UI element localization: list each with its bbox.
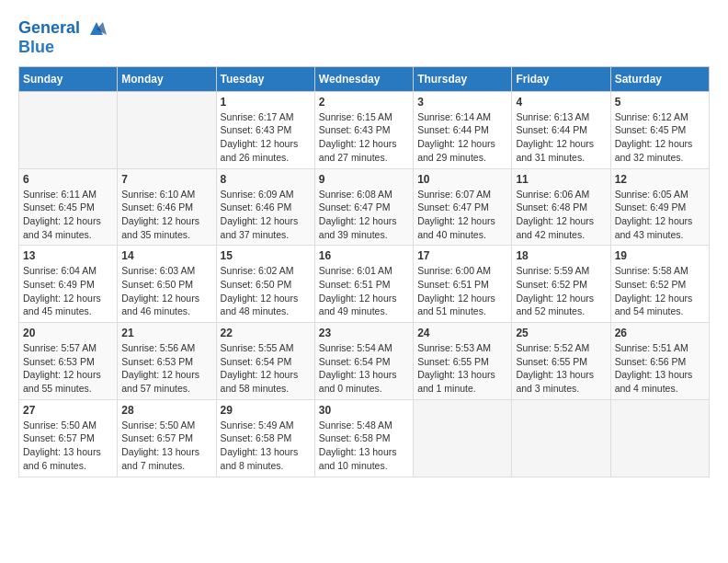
calendar-cell: 27 Sunrise: 5:50 AMSunset: 6:57 PMDaylig… — [19, 399, 118, 477]
calendar-cell: 16 Sunrise: 6:01 AMSunset: 6:51 PMDaylig… — [314, 246, 413, 323]
day-info: Sunrise: 5:57 AMSunset: 6:53 PMDaylight:… — [23, 341, 113, 396]
day-info: Sunrise: 6:10 AMSunset: 6:46 PMDaylight:… — [121, 188, 211, 242]
day-number: 26 — [615, 327, 705, 339]
logo-text: General — [18, 18, 107, 39]
calendar-cell: 9 Sunrise: 6:08 AMSunset: 6:47 PMDayligh… — [314, 168, 413, 246]
weekday-header-tuesday: Tuesday — [216, 66, 314, 91]
weekday-header-sunday: Sunday — [19, 66, 118, 91]
calendar-week-3: 13 Sunrise: 6:04 AMSunset: 6:49 PMDaylig… — [19, 246, 710, 323]
calendar-cell — [19, 91, 118, 168]
weekday-header-monday: Monday — [118, 66, 216, 91]
day-info: Sunrise: 6:14 AMSunset: 6:44 PMDaylight:… — [417, 110, 507, 165]
calendar-week-4: 20 Sunrise: 5:57 AMSunset: 6:53 PMDaylig… — [19, 323, 710, 400]
day-number: 21 — [121, 327, 211, 339]
day-number: 20 — [23, 327, 113, 339]
day-info: Sunrise: 6:09 AMSunset: 6:46 PMDaylight:… — [221, 188, 311, 242]
calendar-cell: 18 Sunrise: 5:59 AMSunset: 6:52 PMDaylig… — [512, 246, 610, 323]
calendar-cell: 21 Sunrise: 5:56 AMSunset: 6:53 PMDaylig… — [118, 323, 216, 400]
day-info: Sunrise: 5:56 AMSunset: 6:53 PMDaylight:… — [121, 341, 211, 396]
day-info: Sunrise: 5:50 AMSunset: 6:57 PMDaylight:… — [23, 419, 113, 473]
calendar-cell: 26 Sunrise: 5:51 AMSunset: 6:56 PMDaylig… — [610, 323, 709, 400]
calendar-cell: 19 Sunrise: 5:58 AMSunset: 6:52 PMDaylig… — [610, 246, 709, 323]
weekday-header-thursday: Thursday — [414, 66, 512, 91]
calendar-cell: 25 Sunrise: 5:52 AMSunset: 6:55 PMDaylig… — [512, 323, 610, 400]
calendar-cell: 28 Sunrise: 5:50 AMSunset: 6:57 PMDaylig… — [118, 399, 216, 477]
logo: General Blue — [18, 18, 107, 57]
day-info: Sunrise: 6:07 AMSunset: 6:47 PMDaylight:… — [417, 188, 507, 242]
day-info: Sunrise: 6:17 AMSunset: 6:43 PMDaylight:… — [221, 110, 311, 165]
day-number: 24 — [417, 327, 507, 339]
day-info: Sunrise: 5:50 AMSunset: 6:57 PMDaylight:… — [121, 419, 211, 473]
calendar-table: SundayMondayTuesdayWednesdayThursdayFrid… — [18, 66, 710, 477]
day-info: Sunrise: 6:13 AMSunset: 6:44 PMDaylight:… — [516, 110, 606, 165]
weekday-header-wednesday: Wednesday — [314, 66, 413, 91]
calendar-cell: 30 Sunrise: 5:48 AMSunset: 6:58 PMDaylig… — [314, 399, 413, 477]
day-number: 2 — [319, 96, 409, 109]
day-info: Sunrise: 6:03 AMSunset: 6:50 PMDaylight:… — [121, 264, 211, 318]
day-number: 8 — [221, 173, 311, 186]
day-number: 5 — [615, 96, 705, 109]
day-number: 29 — [221, 404, 311, 417]
calendar-cell: 24 Sunrise: 5:53 AMSunset: 6:55 PMDaylig… — [414, 323, 512, 400]
day-info: Sunrise: 6:00 AMSunset: 6:51 PMDaylight:… — [417, 264, 507, 318]
day-info: Sunrise: 6:04 AMSunset: 6:49 PMDaylight:… — [23, 264, 113, 318]
day-number: 10 — [417, 173, 507, 186]
calendar-cell: 23 Sunrise: 5:54 AMSunset: 6:54 PMDaylig… — [314, 323, 413, 400]
day-info: Sunrise: 5:51 AMSunset: 6:56 PMDaylight:… — [615, 341, 705, 396]
day-info: Sunrise: 5:59 AMSunset: 6:52 PMDaylight:… — [516, 264, 606, 318]
calendar-cell: 13 Sunrise: 6:04 AMSunset: 6:49 PMDaylig… — [19, 246, 118, 323]
day-number: 3 — [417, 96, 507, 109]
day-number: 11 — [516, 173, 606, 186]
calendar-cell: 8 Sunrise: 6:09 AMSunset: 6:46 PMDayligh… — [216, 168, 314, 246]
day-info: Sunrise: 6:12 AMSunset: 6:45 PMDaylight:… — [615, 110, 705, 165]
day-number: 14 — [121, 249, 211, 262]
calendar-cell — [414, 399, 512, 477]
calendar-cell: 20 Sunrise: 5:57 AMSunset: 6:53 PMDaylig… — [19, 323, 118, 400]
day-number: 28 — [121, 404, 211, 417]
day-info: Sunrise: 6:05 AMSunset: 6:49 PMDaylight:… — [615, 188, 705, 242]
day-number: 17 — [417, 249, 507, 262]
calendar-cell: 1 Sunrise: 6:17 AMSunset: 6:43 PMDayligh… — [216, 91, 314, 168]
day-info: Sunrise: 6:11 AMSunset: 6:45 PMDaylight:… — [23, 188, 113, 242]
day-number: 30 — [319, 404, 409, 417]
day-number: 19 — [615, 249, 705, 262]
calendar-cell — [118, 91, 216, 168]
calendar-week-2: 6 Sunrise: 6:11 AMSunset: 6:45 PMDayligh… — [19, 168, 710, 246]
calendar-cell: 2 Sunrise: 6:15 AMSunset: 6:43 PMDayligh… — [314, 91, 413, 168]
day-info: Sunrise: 6:02 AMSunset: 6:50 PMDaylight:… — [221, 264, 311, 318]
calendar-cell: 3 Sunrise: 6:14 AMSunset: 6:44 PMDayligh… — [414, 91, 512, 168]
day-info: Sunrise: 6:01 AMSunset: 6:51 PMDaylight:… — [319, 264, 409, 318]
calendar-cell: 12 Sunrise: 6:05 AMSunset: 6:49 PMDaylig… — [610, 168, 709, 246]
day-number: 9 — [319, 173, 409, 186]
day-info: Sunrise: 5:49 AMSunset: 6:58 PMDaylight:… — [221, 419, 311, 473]
day-number: 4 — [516, 96, 606, 109]
day-number: 1 — [221, 96, 311, 109]
day-number: 18 — [516, 249, 606, 262]
day-number: 23 — [319, 327, 409, 339]
day-info: Sunrise: 5:52 AMSunset: 6:55 PMDaylight:… — [516, 341, 606, 396]
day-number: 27 — [23, 404, 113, 417]
calendar-cell: 7 Sunrise: 6:10 AMSunset: 6:46 PMDayligh… — [118, 168, 216, 246]
day-info: Sunrise: 5:53 AMSunset: 6:55 PMDaylight:… — [417, 341, 507, 396]
calendar-week-1: 1 Sunrise: 6:17 AMSunset: 6:43 PMDayligh… — [19, 91, 710, 168]
day-number: 22 — [221, 327, 311, 339]
page-header: General Blue — [18, 18, 710, 57]
day-info: Sunrise: 6:06 AMSunset: 6:48 PMDaylight:… — [516, 188, 606, 242]
day-info: Sunrise: 6:08 AMSunset: 6:47 PMDaylight:… — [319, 188, 409, 242]
day-info: Sunrise: 5:58 AMSunset: 6:52 PMDaylight:… — [615, 264, 705, 318]
calendar-cell — [610, 399, 709, 477]
calendar-cell: 17 Sunrise: 6:00 AMSunset: 6:51 PMDaylig… — [414, 246, 512, 323]
calendar-cell: 11 Sunrise: 6:06 AMSunset: 6:48 PMDaylig… — [512, 168, 610, 246]
day-info: Sunrise: 5:48 AMSunset: 6:58 PMDaylight:… — [319, 419, 409, 473]
day-info: Sunrise: 5:55 AMSunset: 6:54 PMDaylight:… — [221, 341, 311, 396]
day-number: 12 — [615, 173, 705, 186]
day-number: 6 — [23, 173, 113, 186]
calendar-week-5: 27 Sunrise: 5:50 AMSunset: 6:57 PMDaylig… — [19, 399, 710, 477]
weekday-header-saturday: Saturday — [610, 66, 709, 91]
day-number: 7 — [121, 173, 211, 186]
day-number: 16 — [319, 249, 409, 262]
day-number: 25 — [516, 327, 606, 339]
calendar-cell: 5 Sunrise: 6:12 AMSunset: 6:45 PMDayligh… — [610, 91, 709, 168]
logo-text2: Blue — [18, 39, 107, 57]
day-info: Sunrise: 5:54 AMSunset: 6:54 PMDaylight:… — [319, 341, 409, 396]
